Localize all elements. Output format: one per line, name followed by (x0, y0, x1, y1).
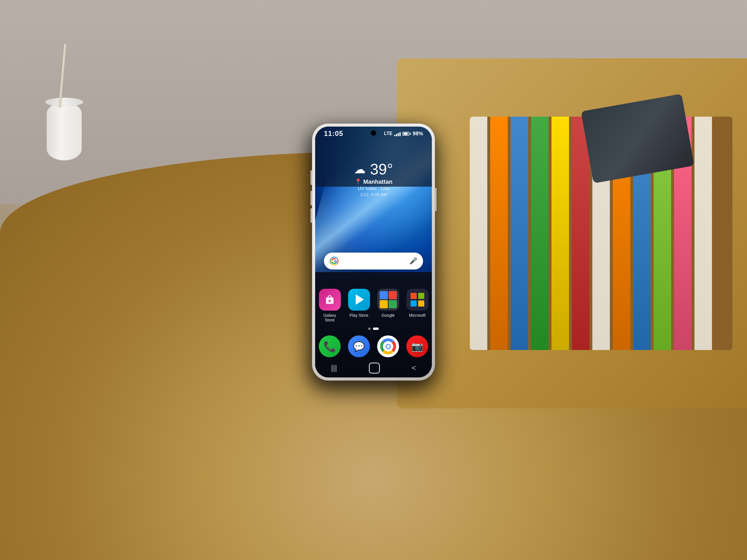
ms-sq-3 (411, 300, 417, 306)
location-pin-icon: 📍 (355, 178, 362, 185)
app-item-play-store[interactable]: Play Store (347, 289, 370, 322)
dock-phone-app[interactable]: 📞 (319, 336, 341, 357)
phone-frame: 11:05 LTE (312, 124, 435, 380)
signal-label: LTE (384, 131, 392, 136)
battery-fill (404, 133, 408, 135)
battery-icon (403, 132, 411, 136)
ms-sq-4 (418, 300, 424, 306)
weather-icon-area: ☁ 39° (354, 162, 393, 177)
signal-bar-1 (394, 135, 395, 136)
google-sq-2 (389, 291, 397, 299)
google-sq-3 (380, 300, 388, 308)
ms-sq-1 (411, 293, 417, 299)
google-sq-4 (389, 300, 397, 308)
chrome-center (385, 344, 391, 349)
recents-icon: ||| (331, 364, 337, 372)
weather-location: 📍 Manhattan (354, 178, 393, 185)
app-item-microsoft[interactable]: Microsoft (406, 289, 429, 322)
messages-app-icon[interactable]: 💬 (348, 336, 370, 357)
battery-tip (410, 133, 411, 135)
chrome-wheel (380, 338, 396, 354)
google-folder-icon[interactable] (377, 289, 399, 311)
board-stripe-1 (470, 117, 487, 350)
status-time: 11:05 (324, 130, 343, 138)
weather-temperature: 39° (370, 162, 393, 177)
play-store-icon[interactable] (348, 289, 370, 311)
navigation-bar: ||| < (315, 358, 432, 377)
microsoft-label: Microsoft (409, 313, 426, 318)
board-stripe-2 (490, 117, 508, 350)
status-icons: LTE 98% (384, 131, 423, 137)
cylinder-object (47, 102, 82, 160)
home-button[interactable] (369, 363, 380, 374)
mic-icon[interactable]: 🎤 (409, 257, 417, 265)
weather-location-name: Manhattan (363, 179, 392, 185)
google-search-bar[interactable]: 🎤 (324, 252, 423, 269)
galaxy-store-logo (324, 293, 336, 306)
backgammon-area (397, 58, 747, 408)
signal-bar-2 (396, 134, 397, 136)
phone-app-icon[interactable]: 📞 (319, 336, 341, 357)
app-grid: Galaxy Store Play Store (318, 289, 429, 322)
play-triangle (356, 294, 364, 305)
weather-date: 1/13, 9:09 AM (354, 192, 393, 197)
weather-temp-value: 39° (370, 162, 393, 177)
dock-camera-app[interactable]: 📷 (407, 336, 428, 357)
dock-messages-app[interactable]: 💬 (348, 336, 370, 357)
weather-widget: ☁ 39° 📍 Manhattan UV index : Low 1/13, 9… (354, 162, 393, 197)
dock-chrome-app[interactable] (377, 336, 399, 357)
google-label: Google (381, 313, 394, 318)
battery-body (403, 132, 409, 136)
ms-sq-2 (418, 293, 424, 299)
app-item-google[interactable]: Google (377, 289, 400, 322)
board-stripe-3 (511, 117, 528, 350)
microsoft-folder-icon[interactable] (407, 289, 428, 311)
google-sq-1 (380, 291, 388, 299)
phone-screen[interactable]: 11:05 LTE (315, 127, 432, 377)
google-logo-svg (331, 258, 337, 264)
page-dot-2 (373, 327, 379, 330)
chrome-app-icon[interactable] (377, 336, 399, 357)
play-store-label: Play Store (350, 313, 368, 318)
weather-uv: UV index : Low (354, 186, 393, 191)
signal-bars-icon (394, 131, 401, 136)
board-stripe-4 (531, 117, 548, 350)
back-button[interactable]: < (411, 364, 416, 372)
signal-bar-3 (398, 133, 399, 136)
front-camera (371, 131, 376, 135)
camera-app-icon[interactable]: 📷 (407, 336, 428, 357)
galaxy-store-label: Galaxy Store (318, 313, 341, 322)
page-dot-1 (368, 327, 370, 330)
app-item-galaxy-store[interactable]: Galaxy Store (318, 289, 341, 322)
phone-container: 11:05 LTE (312, 124, 435, 380)
board-stripe-6 (572, 117, 589, 350)
board-stripe-12 (694, 117, 712, 350)
weather-condition-icon: ☁ (354, 162, 366, 176)
page-indicator (368, 327, 379, 330)
board-stripe-5 (551, 117, 569, 350)
signal-bar-4 (400, 132, 401, 136)
scene: 11:05 LTE (0, 0, 747, 560)
galaxy-store-icon[interactable] (319, 289, 341, 311)
dock: 📞 💬 (319, 336, 428, 357)
battery-percent: 98% (413, 131, 423, 137)
recents-button[interactable]: ||| (331, 364, 337, 372)
google-g-logo (330, 257, 338, 265)
back-icon: < (411, 364, 416, 372)
